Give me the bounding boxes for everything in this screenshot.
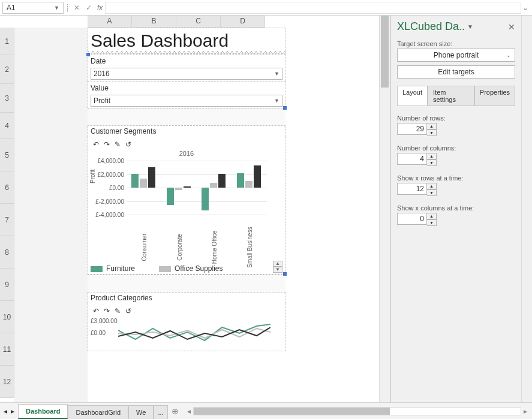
formula-bar: A1 ▼ ┊ ✕ ✓ fx ⌄ (0, 0, 532, 16)
categories-chart[interactable]: ↶ ↷ ✎ ↺ £3,000.00 £0.00 (88, 303, 285, 351)
row-header[interactable]: 11 (0, 333, 14, 366)
categories-heading[interactable]: Product Categories (88, 293, 285, 303)
date-dropdown[interactable]: 2016 ▼ (91, 68, 282, 80)
sheet-nav-back-icon[interactable]: ◂ (4, 407, 7, 415)
cell-reference: A1 (7, 4, 16, 12)
refresh-icon[interactable]: ↺ (125, 307, 131, 315)
showcols-stepper[interactable]: ▲▼ (397, 213, 439, 226)
column-header[interactable]: B (132, 16, 176, 28)
x-category: Corporate (176, 234, 182, 260)
add-sheet-icon[interactable]: ⊕ (168, 406, 182, 416)
value-value: Profit (94, 97, 110, 105)
undo-icon[interactable]: ↶ (93, 307, 99, 315)
row-header[interactable]: 6 (0, 171, 14, 204)
row-header[interactable]: 1 (0, 28, 14, 55)
chevron-down-icon[interactable]: ▼ (467, 23, 473, 30)
column-header[interactable]: C (176, 16, 221, 28)
undo-icon[interactable]: ↶ (93, 140, 99, 149)
column-header[interactable]: D (221, 16, 265, 28)
name-box[interactable]: A1 ▼ (2, 2, 64, 14)
target-size-dropdown[interactable]: Phone portrait ⌄ (397, 49, 515, 62)
sheet-nav: ◂ ▸ (0, 403, 18, 419)
showrows-input[interactable] (397, 183, 427, 195)
tab-properties[interactable]: Properties (474, 86, 515, 105)
bar (148, 167, 155, 188)
vertical-scrollbar[interactable] (379, 16, 390, 402)
sheet-tab-dashboardgrid[interactable]: DashboardGrid (68, 405, 128, 419)
rows-stepper[interactable]: ▲▼ (397, 123, 439, 136)
bar (167, 188, 174, 205)
value-dropdown[interactable]: Profit ▼ (91, 95, 282, 107)
y-tick: £4,000.00 (94, 158, 124, 164)
refresh-icon[interactable]: ↺ (125, 140, 131, 149)
column-header[interactable]: A (88, 16, 132, 28)
chevron-down-icon[interactable]: ⌄ (506, 52, 511, 58)
resize-handle-icon[interactable] (282, 272, 287, 276)
row-header[interactable]: 2 (0, 55, 14, 84)
segments-chart[interactable]: ↶ ↷ ✎ ↺ 2016 Profit £4,000.00£2,000.00£0… (88, 137, 285, 275)
dashboard-title[interactable]: Sales Dashboard (88, 28, 285, 54)
row-header[interactable]: 7 (0, 204, 14, 236)
row-header[interactable]: 5 (0, 139, 14, 171)
separator: ┊ (64, 4, 71, 12)
tab-item-settings[interactable]: Item settings (428, 86, 474, 105)
row-headers: 123456789101112 (0, 28, 14, 398)
redo-icon[interactable]: ↷ (104, 140, 110, 149)
sheet-tab-bar: ◂ ▸ Dashboard DashboardGrid We ... ⊕ ◂▸ (0, 402, 532, 419)
confirm-icon[interactable]: ✓ (83, 4, 95, 12)
showrows-label: Show x rows at a time: (397, 174, 515, 182)
xlcubed-panel: XLCubed Da.. ▼ ✕ Target screen size: Pho… (390, 16, 521, 402)
spreadsheet-area: A B C D 123456789101112 Sales Dashboard … (0, 16, 390, 402)
sheet-tab-overflow[interactable]: ... (154, 405, 167, 419)
row-header[interactable]: 4 (0, 113, 14, 139)
sheet-nav-fwd-icon[interactable]: ▸ (11, 407, 14, 415)
row-header[interactable]: 10 (0, 301, 14, 333)
bar (245, 181, 253, 188)
close-icon[interactable]: ✕ (508, 22, 515, 32)
sheet-tab-dashboard[interactable]: Dashboard (18, 404, 68, 419)
cols-input[interactable] (397, 153, 427, 165)
value-label: Value (91, 83, 282, 94)
target-size-value: Phone portrait (434, 51, 479, 59)
resize-handle-icon[interactable] (282, 105, 287, 110)
showcols-input[interactable] (397, 213, 427, 225)
legend-item: Furniture (106, 264, 135, 273)
chart-toolbar: ↶ ↷ ✎ ↺ (91, 139, 282, 150)
segments-heading[interactable]: Customer Segments (88, 126, 285, 137)
edit-targets-button[interactable]: Edit targets (397, 65, 515, 79)
tab-layout[interactable]: Layout (397, 86, 428, 105)
date-selector-block[interactable]: Date 2016 ▼ (88, 54, 285, 81)
formula-input[interactable] (105, 2, 521, 14)
bar (184, 186, 191, 188)
chart-legend: Furniture Office Supplies (91, 264, 269, 273)
redo-icon[interactable]: ↷ (104, 307, 110, 315)
bar (237, 173, 244, 188)
showrows-stepper[interactable]: ▲▼ (397, 183, 439, 196)
resize-handle-icon[interactable] (86, 52, 91, 57)
chart-toolbar: ↶ ↷ ✎ ↺ (91, 306, 282, 316)
brush-icon[interactable]: ✎ (115, 140, 121, 149)
cancel-icon[interactable]: ✕ (71, 4, 83, 12)
rows-input[interactable] (397, 123, 427, 135)
row-header[interactable]: 12 (0, 366, 14, 398)
row-header[interactable]: 3 (0, 84, 14, 113)
sheet-tab-more[interactable]: We (128, 405, 154, 419)
y-tick: £2,000.00 (94, 171, 124, 177)
bar (202, 188, 209, 210)
panel-scrollbar[interactable] (521, 16, 532, 402)
horizontal-scrollbar[interactable]: ◂▸ (182, 403, 532, 419)
panel-tabs: Layout Item settings Properties (397, 86, 515, 106)
row-header[interactable]: 9 (0, 269, 14, 301)
chart-spinner[interactable]: ▲▼ (273, 261, 282, 273)
expand-formula-icon[interactable]: ⌄ (521, 4, 530, 12)
spacer-row (88, 108, 285, 126)
value-selector-block[interactable]: Value Profit ▼ (88, 81, 285, 108)
y-tick: £0.00 (94, 185, 124, 191)
cols-stepper[interactable]: ▲▼ (397, 153, 439, 166)
chevron-down-icon[interactable]: ▼ (274, 98, 279, 104)
brush-icon[interactable]: ✎ (115, 307, 121, 315)
chevron-down-icon[interactable]: ▼ (54, 5, 59, 11)
row-header[interactable]: 8 (0, 236, 14, 269)
fx-label[interactable]: fx (95, 4, 105, 12)
chevron-down-icon[interactable]: ▼ (274, 71, 279, 77)
